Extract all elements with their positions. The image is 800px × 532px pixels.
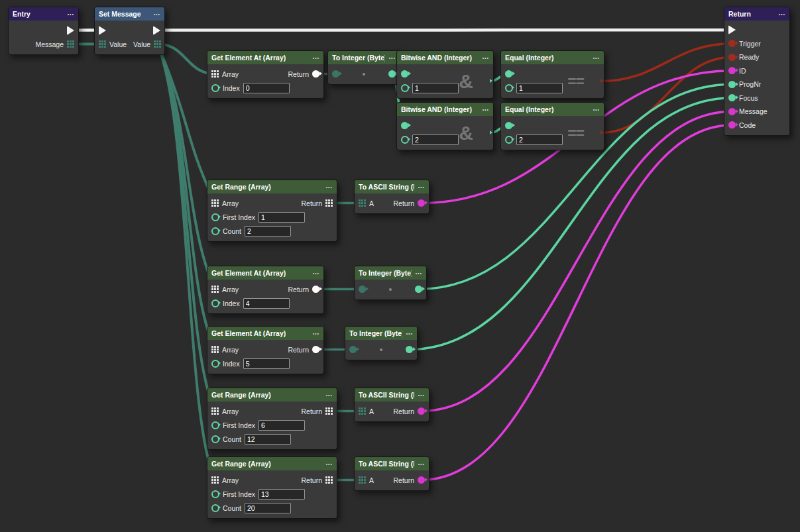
index-field[interactable]: [243, 298, 290, 309]
operand-field[interactable]: [412, 134, 459, 145]
wire-red[interactable]: [600, 44, 732, 81]
index-field[interactable]: [243, 83, 290, 93]
first-index-field[interactable]: [258, 489, 305, 500]
index-pin[interactable]: [211, 84, 219, 92]
return-array-pin[interactable]: [325, 407, 333, 415]
wire-magenta[interactable]: [422, 111, 732, 411]
first-index-field[interactable]: [258, 420, 305, 431]
node-get-range-array[interactable]: Get Range (Array)•••ArrayReturnFirst Ind…: [207, 180, 337, 242]
operand-field[interactable]: [516, 83, 563, 93]
first-index-field[interactable]: [258, 212, 305, 223]
node-get-range-array[interactable]: Get Range (Array)•••ArrayReturnFirst Ind…: [207, 456, 337, 519]
in2-pin[interactable]: [505, 84, 513, 92]
node-header[interactable]: Entry•••: [9, 7, 78, 21]
node-menu-button[interactable]: •••: [389, 56, 396, 60]
node-entry[interactable]: Entry•••Message: [8, 7, 79, 55]
in-pin[interactable]: [359, 286, 366, 293]
array-array-pin[interactable]: [211, 286, 219, 293]
index-field[interactable]: [243, 358, 290, 369]
node-menu-button[interactable]: •••: [593, 56, 600, 60]
in1-pin[interactable]: [505, 122, 512, 129]
node-menu-button[interactable]: •••: [779, 12, 785, 17]
value-array-pin[interactable]: [99, 40, 106, 48]
count-field[interactable]: [245, 434, 291, 445]
out-pin[interactable]: [406, 346, 413, 353]
focus-pin[interactable]: [728, 94, 736, 101]
node-equal-integer[interactable]: Equal (Integer)•••==: [500, 50, 604, 99]
node-menu-button[interactable]: •••: [326, 185, 333, 189]
array-array-pin[interactable]: [211, 70, 219, 78]
node-to-ascii-string-byte[interactable]: To ASCII String (Byte)•••AReturn: [354, 388, 429, 422]
in2-pin[interactable]: [505, 136, 513, 144]
code-pin[interactable]: [728, 121, 736, 129]
first-index-pin[interactable]: [211, 490, 219, 498]
prognr-pin[interactable]: [728, 81, 736, 88]
node-header[interactable]: Return•••: [724, 7, 789, 21]
node-get-element-at-array[interactable]: Get Element At (Array)•••ArrayReturnInde…: [207, 266, 324, 314]
node-menu-button[interactable]: •••: [326, 393, 333, 398]
node-menu-button[interactable]: •••: [326, 462, 333, 466]
node-to-ascii-string-byte[interactable]: To ASCII String (Byte)•••AReturn: [354, 456, 429, 491]
node-header[interactable]: Equal (Integer)•••: [501, 103, 604, 116]
value-array-pin[interactable]: [154, 40, 161, 48]
node-menu-button[interactable]: •••: [68, 12, 74, 17]
node-menu-button[interactable]: •••: [483, 107, 489, 112]
node-menu-button[interactable]: •••: [418, 393, 425, 398]
exec-out-exec-pin[interactable]: [153, 26, 160, 35]
node-header[interactable]: Get Range (Array)•••: [207, 180, 337, 193]
node-header[interactable]: To ASCII String (Byte)•••: [355, 388, 429, 401]
return-array-pin[interactable]: [325, 199, 333, 207]
count-pin[interactable]: [211, 227, 219, 235]
out-pin[interactable]: [388, 70, 396, 78]
node-to-integer-byte[interactable]: To Integer (Byte)•••: [327, 50, 400, 85]
node-to-integer-byte[interactable]: To Integer (Byte)•••: [345, 326, 418, 360]
node-equal-integer[interactable]: Equal (Integer)•••==: [500, 102, 604, 150]
node-header[interactable]: Get Range (Array)•••: [207, 388, 337, 401]
in-pin[interactable]: [332, 70, 339, 78]
node-menu-button[interactable]: •••: [418, 462, 425, 466]
node-header[interactable]: Get Element At (Array)•••: [207, 266, 323, 280]
return-pin[interactable]: [418, 476, 425, 484]
node-get-element-at-array[interactable]: Get Element At (Array)•••ArrayReturnInde…: [207, 326, 324, 374]
node-set-message[interactable]: Set Message•••ValueValue: [94, 7, 165, 55]
node-bitwise-and-integer[interactable]: Bitwise AND (Integer)•••&: [396, 50, 494, 99]
array-array-pin[interactable]: [211, 476, 219, 484]
node-menu-button[interactable]: •••: [406, 331, 413, 336]
node-graph-canvas[interactable]: Entry•••MessageSet Message•••ValueValueG…: [0, 0, 800, 532]
node-header[interactable]: Set Message•••: [95, 7, 164, 21]
index-pin[interactable]: [211, 360, 219, 368]
node-menu-button[interactable]: •••: [418, 185, 425, 189]
in1-pin[interactable]: [401, 70, 408, 78]
count-pin[interactable]: [211, 504, 219, 512]
index-pin[interactable]: [211, 299, 219, 307]
node-menu-button[interactable]: •••: [154, 12, 160, 17]
ready-pin[interactable]: [728, 54, 736, 61]
in-pin[interactable]: [349, 346, 357, 353]
node-header[interactable]: To ASCII String (Byte)•••: [355, 180, 429, 193]
id-pin[interactable]: [728, 67, 736, 74]
trigger-pin[interactable]: [728, 40, 736, 47]
exec-in-exec-pin[interactable]: [728, 25, 736, 34]
a-array-pin[interactable]: [359, 199, 366, 207]
array-array-pin[interactable]: [211, 346, 219, 353]
node-get-range-array[interactable]: Get Range (Array)•••ArrayReturnFirst Ind…: [207, 388, 337, 450]
in2-pin[interactable]: [401, 136, 409, 144]
in1-pin[interactable]: [401, 122, 408, 129]
node-menu-button[interactable]: •••: [313, 271, 319, 276]
node-header[interactable]: To Integer (Byte)•••: [345, 327, 417, 340]
first-index-pin[interactable]: [211, 421, 219, 429]
node-header[interactable]: Bitwise AND (Integer)•••: [397, 103, 493, 116]
node-to-ascii-string-byte[interactable]: To ASCII String (Byte)•••AReturn: [354, 180, 429, 214]
node-header[interactable]: Equal (Integer)•••: [501, 51, 604, 64]
operand-field[interactable]: [412, 83, 459, 93]
node-header[interactable]: Get Element At (Array)•••: [207, 51, 323, 64]
exec-in-exec-pin[interactable]: [99, 26, 106, 35]
node-header[interactable]: Get Element At (Array)•••: [207, 327, 323, 340]
out-pin[interactable]: [415, 286, 422, 293]
node-menu-button[interactable]: •••: [483, 56, 489, 60]
node-bitwise-and-integer[interactable]: Bitwise AND (Integer)•••&: [396, 102, 494, 150]
node-header[interactable]: To Integer (Byte)•••: [328, 51, 400, 64]
node-menu-button[interactable]: •••: [416, 271, 422, 276]
return-pin[interactable]: [312, 286, 319, 293]
return-pin[interactable]: [312, 70, 319, 78]
